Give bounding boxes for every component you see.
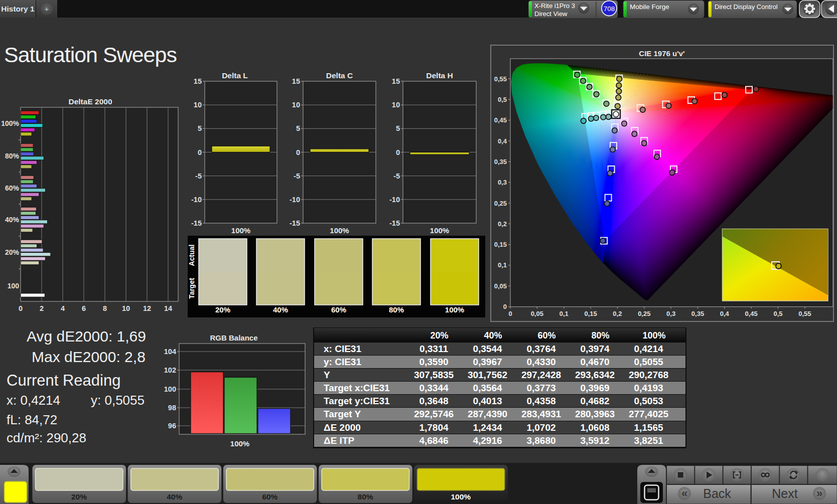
svg-text:0: 0 — [198, 148, 202, 156]
svg-text:20%: 20% — [215, 305, 230, 314]
svg-text:0,25: 0,25 — [494, 200, 507, 207]
svg-text:X-Rite i1Pro 3: X-Rite i1Pro 3 — [534, 2, 575, 10]
svg-text:80%: 80% — [358, 492, 373, 501]
svg-text:0,1: 0,1 — [498, 261, 507, 269]
svg-text:0,25: 0,25 — [638, 310, 650, 317]
svg-text:0,05: 0,05 — [531, 310, 543, 317]
svg-text:100%: 100% — [330, 226, 349, 235]
svg-text:100%: 100% — [445, 305, 464, 314]
svg-text:10: 10 — [392, 101, 400, 109]
svg-text:6: 6 — [82, 304, 86, 312]
svg-text:5: 5 — [396, 124, 400, 132]
svg-text:0,5: 0,5 — [498, 96, 507, 103]
svg-text:»: » — [816, 487, 822, 499]
svg-text:-5: -5 — [393, 172, 400, 180]
svg-text:Delta C: Delta C — [326, 71, 353, 80]
svg-text:Actual: Actual — [188, 245, 196, 266]
svg-text:0,3: 0,3 — [666, 310, 675, 317]
svg-text:0,5: 0,5 — [773, 310, 782, 317]
svg-text:80%: 80% — [389, 305, 404, 314]
svg-text:0,45: 0,45 — [494, 116, 507, 124]
svg-text:Mobile Forge: Mobile Forge — [630, 3, 669, 11]
svg-text:0: 0 — [296, 148, 300, 156]
svg-text:100%: 100% — [430, 226, 449, 235]
svg-text:0,15: 0,15 — [584, 310, 597, 317]
svg-text:0: 0 — [508, 310, 512, 317]
svg-text:0: 0 — [19, 304, 23, 312]
svg-text:100%: 100% — [230, 439, 249, 448]
svg-text:0,45: 0,45 — [745, 310, 758, 317]
svg-text:0,4: 0,4 — [498, 137, 507, 145]
svg-text:96: 96 — [168, 422, 176, 430]
svg-text:-15: -15 — [389, 219, 400, 227]
svg-text:Delta H: Delta H — [426, 71, 453, 80]
svg-text:20%: 20% — [71, 492, 87, 501]
svg-text:Direct View: Direct View — [534, 10, 568, 18]
svg-text:«: « — [681, 487, 687, 499]
svg-text:15: 15 — [392, 77, 400, 85]
svg-text:0,15: 0,15 — [494, 241, 507, 248]
svg-text:60%: 60% — [262, 492, 277, 501]
svg-text:0,55: 0,55 — [798, 310, 811, 317]
svg-text:5: 5 — [296, 124, 300, 132]
svg-text:80%: 80% — [5, 152, 20, 160]
svg-text:102: 102 — [164, 366, 176, 374]
svg-text:0,05: 0,05 — [494, 282, 507, 290]
svg-text:-15: -15 — [290, 219, 300, 227]
svg-text:100%: 100% — [451, 492, 471, 501]
svg-text:0,35: 0,35 — [691, 310, 704, 317]
svg-text:0,1: 0,1 — [560, 310, 569, 317]
svg-text:60%: 60% — [5, 184, 20, 192]
svg-text:0,4: 0,4 — [720, 310, 730, 317]
svg-text:Direct Display Control: Direct Display Control — [715, 3, 778, 11]
svg-text:Target: Target — [188, 278, 196, 299]
svg-text:40%: 40% — [273, 305, 288, 314]
svg-text:104: 104 — [164, 348, 176, 356]
svg-text:15: 15 — [292, 77, 300, 85]
svg-text:-10: -10 — [191, 196, 202, 204]
svg-text:2: 2 — [40, 304, 44, 312]
svg-text:0,35: 0,35 — [494, 158, 507, 165]
svg-text:40%: 40% — [167, 492, 182, 501]
svg-text:12: 12 — [143, 304, 151, 312]
svg-text:-5: -5 — [294, 172, 300, 180]
svg-text:100: 100 — [8, 282, 20, 290]
svg-text:100: 100 — [164, 385, 176, 393]
svg-text:10: 10 — [292, 101, 300, 109]
svg-text:14: 14 — [164, 304, 172, 312]
svg-text:RGB Balance: RGB Balance — [210, 333, 257, 342]
svg-text:-15: -15 — [191, 219, 202, 227]
svg-text:8: 8 — [103, 304, 107, 312]
svg-text:0,3: 0,3 — [498, 179, 507, 186]
svg-text:0,55: 0,55 — [494, 75, 507, 83]
svg-text:5: 5 — [198, 124, 202, 132]
svg-text:Back: Back — [703, 486, 731, 500]
svg-text:10: 10 — [122, 304, 130, 312]
svg-text:98: 98 — [168, 404, 176, 412]
svg-text:-5: -5 — [195, 172, 202, 180]
svg-text:0: 0 — [503, 303, 507, 310]
svg-text:20%: 20% — [5, 248, 20, 256]
svg-text:0: 0 — [396, 148, 400, 156]
svg-text:0,2: 0,2 — [498, 220, 507, 228]
svg-text:100%: 100% — [1, 119, 19, 127]
svg-text:4: 4 — [61, 304, 65, 312]
svg-text:Next: Next — [772, 486, 797, 500]
svg-text:0,2: 0,2 — [613, 310, 622, 317]
svg-text:100%: 100% — [231, 226, 250, 235]
svg-text:708: 708 — [604, 5, 615, 13]
svg-text:CIE 1976 u'v': CIE 1976 u'v' — [639, 49, 684, 58]
svg-text:10: 10 — [194, 101, 202, 109]
svg-text:Delta L: Delta L — [222, 71, 248, 80]
svg-text:-10: -10 — [389, 196, 400, 204]
svg-text:60%: 60% — [331, 305, 346, 314]
svg-text:15: 15 — [194, 77, 202, 85]
svg-text:-10: -10 — [290, 196, 300, 204]
svg-text:40%: 40% — [5, 216, 20, 224]
svg-text:DeltaE 2000: DeltaE 2000 — [68, 97, 112, 106]
